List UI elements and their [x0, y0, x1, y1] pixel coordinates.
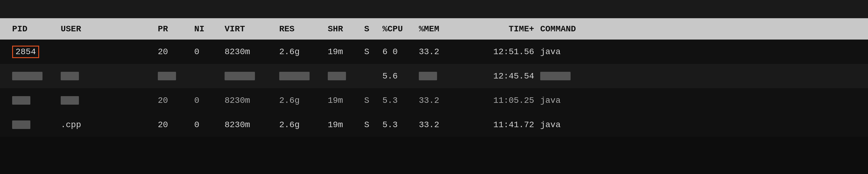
cell-res: 2.6g — [279, 96, 328, 105]
header-cpu: %CPU — [382, 24, 419, 34]
header-s: S — [364, 24, 382, 34]
header-res: RES — [279, 24, 328, 34]
redacted-pid — [12, 121, 30, 129]
redacted-user — [61, 96, 79, 105]
redacted-pr — [158, 72, 176, 80]
cell-ni: 0 — [194, 47, 225, 56]
cell-shr: 19m — [328, 120, 364, 130]
table-row: 5.6 12:45.54 — [0, 64, 868, 88]
header-mem: %MEM — [419, 24, 461, 34]
redacted-mem — [419, 72, 437, 80]
table-header: PID USER PR NI VIRT RES SHR S %CPU %MEM … — [0, 18, 868, 40]
cell-pr: 20 — [158, 120, 194, 130]
top-bar — [0, 0, 868, 18]
pid-highlight-box: 2854 — [12, 46, 39, 58]
cell-cpu: 6 0 — [382, 47, 419, 56]
cell-user: .cpp — [61, 120, 158, 130]
cell-cmd: java — [540, 120, 631, 130]
cell-mem: 33.2 — [419, 96, 461, 105]
cell-pid — [12, 96, 61, 105]
cell-ni: 0 — [194, 96, 225, 105]
table-row: 20 0 8230m 2.6g 19m S 5.3 33.2 11:05.25 … — [0, 88, 868, 113]
cell-pr: 20 — [158, 96, 194, 105]
redacted-cmd — [540, 72, 570, 80]
cell-virt: 8230m — [225, 120, 279, 130]
header-pr: PR — [158, 24, 194, 34]
cell-cmd — [540, 72, 631, 81]
cell-pid — [12, 120, 61, 130]
cell-time: 11:41.72 — [461, 120, 540, 130]
header-user: USER — [61, 24, 158, 34]
redacted-shr — [328, 72, 346, 80]
terminal-window: PID USER PR NI VIRT RES SHR S %CPU %MEM … — [0, 0, 868, 174]
cell-cpu: 5.6 — [382, 72, 419, 81]
cell-s: S — [364, 96, 382, 105]
cell-time: 12:51.56 — [461, 47, 540, 56]
table-row: .cpp 20 0 8230m 2.6g 19m S 5.3 33.2 11:4… — [0, 113, 868, 137]
cell-cpu: 5.3 — [382, 96, 419, 105]
cell-mem: 33.2 — [419, 120, 461, 130]
cell-time: 12:45.54 — [461, 72, 540, 81]
cell-shr: 19m — [328, 47, 364, 56]
cell-shr — [328, 72, 364, 81]
cell-pr: 20 — [158, 47, 194, 56]
header-ni: NI — [194, 24, 225, 34]
table-row: 2854 20 0 8230m 2.6g 19m S 6 0 33.2 12:5… — [0, 40, 868, 64]
header-shr: SHR — [328, 24, 364, 34]
header-virt: VIRT — [225, 24, 279, 34]
cell-res — [279, 72, 328, 81]
cell-s: S — [364, 120, 382, 130]
redacted-res — [279, 72, 310, 80]
cell-virt: 8230m — [225, 47, 279, 56]
cell-virt — [225, 72, 279, 81]
cell-ni: 0 — [194, 120, 225, 130]
cell-mem: 33.2 — [419, 47, 461, 56]
redacted-virt — [225, 72, 255, 80]
cell-pid: 2854 — [12, 46, 61, 58]
cell-cmd: java — [540, 47, 631, 56]
header-pid: PID — [12, 24, 61, 34]
cell-cpu: 5.3 — [382, 120, 419, 130]
cell-res: 2.6g — [279, 47, 328, 56]
cell-time: 11:05.25 — [461, 96, 540, 105]
cell-pid — [12, 72, 61, 81]
header-time: TIME+ — [461, 24, 540, 34]
header-command: COMMAND — [540, 24, 631, 34]
cell-user — [61, 72, 158, 81]
cell-res: 2.6g — [279, 120, 328, 130]
cell-cmd: java — [540, 96, 631, 105]
redacted-user — [61, 72, 79, 80]
cell-shr: 19m — [328, 96, 364, 105]
cell-user — [61, 96, 158, 105]
redacted-pid — [12, 96, 30, 105]
cell-s: S — [364, 47, 382, 56]
cell-pr — [158, 72, 194, 81]
cell-virt: 8230m — [225, 96, 279, 105]
cell-mem — [419, 72, 461, 81]
redacted-pid — [12, 72, 42, 80]
